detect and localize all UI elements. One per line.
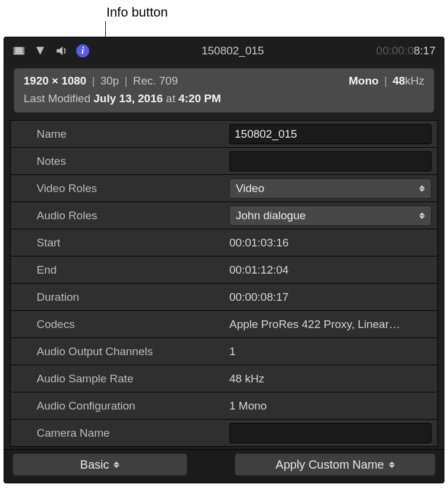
svg-marker-8 (57, 47, 63, 56)
audio-roles-select[interactable]: John dialogue (229, 206, 431, 226)
audio-output-channels-label: Audio Output Channels (11, 345, 223, 358)
duration-label: Duration (11, 291, 223, 304)
codecs-value: Apple ProRes 422 Proxy, Linear… (229, 318, 400, 331)
svg-rect-5 (22, 50, 24, 51)
audio-mode-value: Mono (349, 74, 379, 87)
inspector-footer: Basic Apply Custom Name (4, 449, 444, 483)
last-modified-date: July 13, 2016 (93, 92, 163, 105)
end-label: End (11, 264, 223, 277)
audio-tab-icon[interactable] (55, 44, 68, 57)
start-value[interactable]: 00:01:03:16 (229, 236, 288, 249)
format-summary: 1920 × 1080 | 30p | Rec. 709 Mono | 48kH… (14, 68, 434, 113)
row-notes: Notes (11, 148, 437, 175)
audio-roles-label: Audio Roles (11, 209, 223, 222)
clip-title: 150802_015 (89, 44, 376, 57)
row-codecs: Codecs Apple ProRes 422 Proxy, Linear… (11, 311, 437, 338)
timecode-display: 00:00:08:17 (376, 44, 436, 57)
row-end: End 00:01:12:04 (11, 256, 437, 284)
chevron-updown-icon (113, 462, 119, 468)
start-label: Start (11, 236, 223, 249)
row-video-roles: Video Roles Video (11, 175, 437, 202)
row-start: Start 00:01:03:16 (11, 229, 437, 256)
chevron-updown-icon (389, 462, 395, 468)
inspector-panel: i 150802_015 00:00:08:17 1920 × 1080 | 3… (4, 37, 444, 483)
video-roles-select[interactable]: Video (229, 178, 431, 199)
video-tab-icon[interactable] (12, 44, 25, 57)
row-audio-output-channels: Audio Output Channels 1 (11, 338, 437, 365)
frame-rate-value: 30p (100, 74, 119, 87)
name-label: Name (11, 128, 223, 141)
notes-label: Notes (11, 155, 223, 168)
sample-rate-value: 48 (392, 74, 405, 87)
row-audio-roles: Audio Roles John dialogue (11, 202, 437, 229)
svg-marker-7 (36, 47, 44, 54)
chevron-updown-icon (419, 185, 425, 191)
properties-list: Name Notes Video Roles Video Audio Roles… (10, 120, 438, 447)
row-duration: Duration 00:00:08:17 (11, 284, 437, 311)
audio-configuration-label: Audio Configuration (11, 399, 223, 412)
camera-name-field[interactable] (229, 423, 431, 443)
svg-rect-4 (22, 48, 24, 49)
notes-field[interactable] (229, 151, 431, 171)
duration-value[interactable]: 00:00:08:17 (229, 291, 288, 304)
audio-configuration-value: 1 Mono (229, 399, 267, 412)
row-audio-sample-rate: Audio Sample Rate 48 kHz (11, 365, 437, 392)
apply-custom-name-button[interactable]: Apply Custom Name (235, 453, 436, 476)
color-space-value: Rec. 709 (133, 74, 178, 87)
name-field[interactable] (229, 124, 431, 144)
info-tab-icon[interactable]: i (76, 44, 89, 57)
row-name: Name (11, 121, 437, 148)
svg-rect-6 (22, 52, 24, 53)
audio-sample-rate-value: 48 kHz (229, 372, 264, 385)
end-value[interactable]: 00:01:12:04 (229, 264, 288, 277)
inspector-header: i 150802_015 00:00:08:17 (4, 37, 444, 64)
audio-output-channels-value: 1 (229, 345, 236, 358)
svg-rect-1 (14, 48, 15, 49)
callout-label: Info button (106, 5, 168, 20)
svg-rect-3 (14, 52, 15, 53)
color-tab-icon[interactable] (34, 44, 47, 57)
svg-rect-0 (14, 47, 24, 55)
svg-rect-2 (14, 50, 15, 51)
metadata-view-button[interactable]: Basic (12, 453, 187, 476)
audio-sample-rate-label: Audio Sample Rate (11, 372, 223, 385)
codecs-label: Codecs (11, 318, 223, 331)
video-roles-label: Video Roles (11, 182, 223, 195)
row-camera-name: Camera Name (11, 420, 437, 447)
camera-name-label: Camera Name (11, 427, 223, 440)
last-modified-time: 4:20 PM (178, 92, 221, 105)
chevron-updown-icon (419, 212, 425, 219)
resolution-value: 1920 × 1080 (24, 74, 86, 87)
row-audio-configuration: Audio Configuration 1 Mono (11, 392, 437, 420)
